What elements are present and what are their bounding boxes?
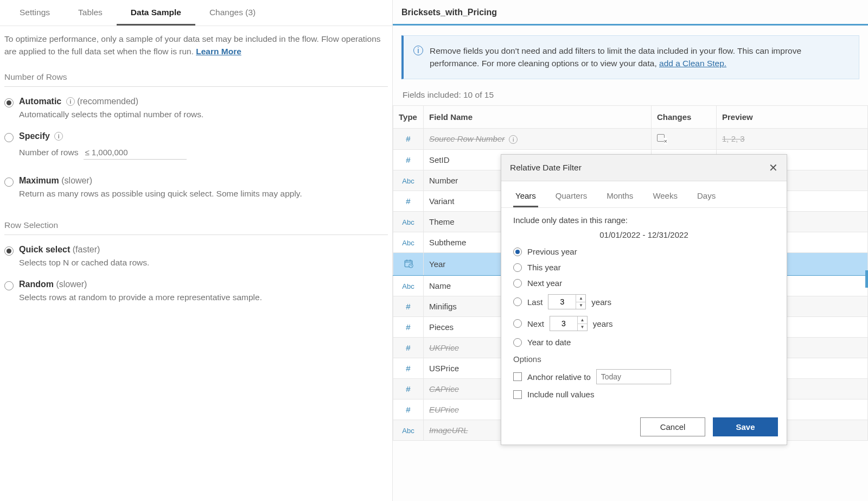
type-cell[interactable]: Abc xyxy=(393,232,424,252)
type-cell[interactable]: Abc xyxy=(393,211,424,232)
opt-previous-year[interactable]: Previous year xyxy=(513,247,775,256)
radio-maximum-title: Maximum xyxy=(19,176,59,185)
popup-tab-weeks[interactable]: Weeks xyxy=(650,188,680,207)
opt-this-year[interactable]: This year xyxy=(513,263,775,272)
range-label: Include only dates in this range: xyxy=(513,215,775,225)
cancel-button[interactable]: Cancel xyxy=(640,417,705,436)
radio-maximum[interactable]: Maximum (slower) Return as many rows as … xyxy=(4,176,388,199)
type-cell[interactable]: Abc xyxy=(393,275,424,296)
table-row[interactable]: #Source Row Numberi1, 2, 3 xyxy=(393,128,868,149)
field-name-cell[interactable]: Source Row Numberi xyxy=(424,128,652,149)
datasource-title: Bricksets_with_Pricing xyxy=(393,0,868,26)
info-icon[interactable]: i xyxy=(66,97,75,106)
add-clean-step-link[interactable]: add a Clean Step. xyxy=(659,59,726,68)
chk-anchor-relative[interactable]: Anchor relative to xyxy=(513,369,775,384)
field-name-label: SetID xyxy=(429,155,450,164)
radio-maximum-qual: (slower) xyxy=(61,176,92,185)
field-name-label: EUPrice xyxy=(429,405,459,414)
last-n-stepper[interactable]: ▲▼ xyxy=(548,294,586,309)
chk-include-null[interactable]: Include null values xyxy=(513,390,775,399)
type-cell[interactable]: # xyxy=(393,316,424,337)
tab-tables[interactable]: Tables xyxy=(64,0,117,26)
opt-last-n-years[interactable]: Last ▲▼ years xyxy=(513,294,775,309)
radio-maximum-desc: Return as many rows as possible using qu… xyxy=(19,189,388,199)
radio-automatic-qual: (recommended) xyxy=(77,97,138,106)
radio-indicator xyxy=(513,297,522,306)
next-n-stepper[interactable]: ▲▼ xyxy=(550,316,588,331)
next-n-input[interactable] xyxy=(550,316,577,331)
save-button[interactable]: Save xyxy=(713,417,778,436)
opt-last-label: Last xyxy=(527,297,542,307)
field-name-label: Minifigs xyxy=(429,302,457,311)
number-type-icon: # xyxy=(406,384,410,394)
type-cell[interactable] xyxy=(393,252,424,275)
stepper-down-icon[interactable]: ▼ xyxy=(578,324,587,331)
left-tabs: Settings Tables Data Sample Changes (3) xyxy=(0,0,392,26)
popup-tab-years[interactable]: Years xyxy=(513,188,538,207)
col-type[interactable]: Type xyxy=(393,105,424,128)
type-cell[interactable]: # xyxy=(393,191,424,211)
number-type-icon: # xyxy=(406,322,410,332)
radio-quick-title: Quick select xyxy=(19,245,70,254)
radio-random-qual: (slower) xyxy=(56,280,87,289)
radio-quick-indicator xyxy=(4,246,14,256)
radio-specify-indicator xyxy=(4,133,14,142)
tab-changes[interactable]: Changes (3) xyxy=(195,0,270,26)
stepper-up-icon[interactable]: ▲ xyxy=(576,295,585,302)
tab-settings[interactable]: Settings xyxy=(5,0,64,26)
opt-last-unit: years xyxy=(591,297,611,307)
specify-rows-input[interactable] xyxy=(84,145,187,160)
type-cell[interactable]: Abc xyxy=(393,420,424,440)
type-cell[interactable]: Abc xyxy=(393,170,424,191)
radio-random[interactable]: Random (slower) Selects rows at random t… xyxy=(4,280,388,302)
string-type-icon: Abc xyxy=(402,177,414,185)
radio-indicator xyxy=(513,248,522,256)
fields-included-label: Fields included: 10 of 15 xyxy=(393,88,868,105)
radio-quick-select[interactable]: Quick select (faster) Selects top N or c… xyxy=(4,245,388,268)
last-n-input[interactable] xyxy=(548,295,576,309)
stepper-down-icon[interactable]: ▼ xyxy=(576,302,585,309)
popup-tab-days[interactable]: Days xyxy=(695,188,718,207)
radio-specify[interactable]: Specify i Number of rows xyxy=(4,131,388,160)
radio-automatic-indicator xyxy=(4,98,14,107)
radio-random-indicator xyxy=(4,281,14,290)
radio-quick-qual: (faster) xyxy=(73,245,100,254)
type-cell[interactable]: # xyxy=(393,399,424,420)
col-field-name[interactable]: Field Name xyxy=(424,105,652,128)
radio-quick-desc: Selects top N or cached data rows. xyxy=(19,258,388,268)
type-cell[interactable]: # xyxy=(393,358,424,378)
close-icon[interactable]: ✕ xyxy=(769,161,778,174)
info-icon[interactable]: i xyxy=(509,135,518,144)
radio-indicator xyxy=(513,279,522,288)
type-cell[interactable]: # xyxy=(393,296,424,316)
field-name-label: USPrice xyxy=(429,364,459,373)
opt-this-year-label: This year xyxy=(527,263,561,272)
radio-indicator xyxy=(513,319,522,328)
anchor-date-input[interactable] xyxy=(596,369,671,384)
radio-indicator xyxy=(513,263,522,272)
type-cell[interactable]: # xyxy=(393,337,424,358)
radio-random-title: Random xyxy=(19,280,54,289)
date-range-display: 01/01/2022 - 12/31/2022 xyxy=(513,230,775,239)
opt-next-n-years[interactable]: Next ▲▼ years xyxy=(513,316,775,331)
info-icon[interactable]: i xyxy=(54,132,63,141)
tab-data-sample[interactable]: Data Sample xyxy=(117,0,195,26)
popup-tab-months[interactable]: Months xyxy=(604,188,635,207)
popup-tab-quarters[interactable]: Quarters xyxy=(553,188,589,207)
remove-change-icon[interactable] xyxy=(657,134,665,142)
opt-year-to-date[interactable]: Year to date xyxy=(513,338,775,347)
type-cell[interactable]: # xyxy=(393,128,424,149)
col-changes[interactable]: Changes xyxy=(652,105,717,128)
number-type-icon: # xyxy=(406,134,410,143)
radio-automatic[interactable]: Automatic i (recommended) Automatically … xyxy=(4,97,388,119)
selection-strip xyxy=(865,270,868,288)
opt-next-year-label: Next year xyxy=(527,278,562,288)
section-row-selection: Row Selection xyxy=(4,220,388,235)
opt-next-year[interactable]: Next year xyxy=(513,278,775,288)
type-cell[interactable]: # xyxy=(393,378,424,399)
col-preview[interactable]: Preview xyxy=(717,105,868,128)
field-name-label: Variant xyxy=(429,196,454,206)
stepper-up-icon[interactable]: ▲ xyxy=(578,316,587,324)
type-cell[interactable]: # xyxy=(393,149,424,170)
learn-more-link[interactable]: Learn More xyxy=(196,47,241,56)
